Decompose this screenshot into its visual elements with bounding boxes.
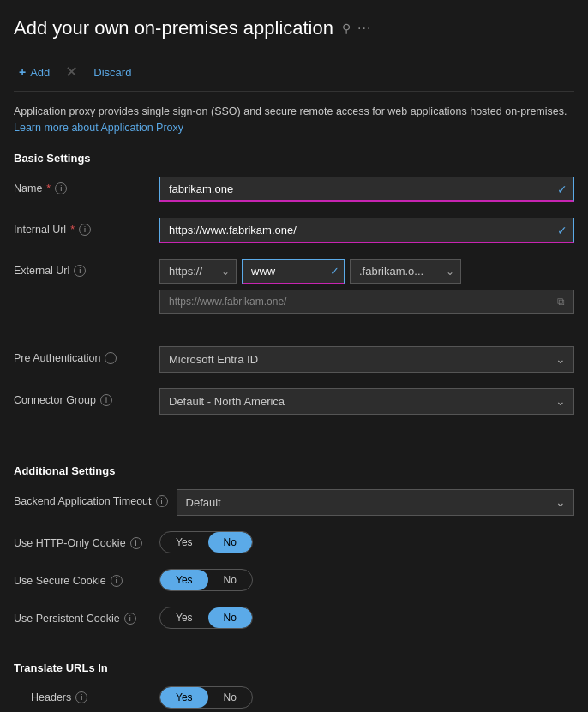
info-banner: Application proxy provides single sign-o… bbox=[14, 104, 574, 136]
copy-icon[interactable]: ⧉ bbox=[557, 296, 565, 308]
secure-cookie-row: Use Secure Cookie i Yes No bbox=[14, 569, 574, 591]
persistent-cookie-no-btn[interactable]: No bbox=[208, 607, 252, 628]
secure-cookie-no-btn[interactable]: No bbox=[208, 570, 252, 590]
pre-auth-label: Pre Authentication i bbox=[14, 346, 151, 364]
http-only-label: Use HTTP-Only Cookie i bbox=[14, 531, 151, 549]
discard-button[interactable]: Discard bbox=[88, 63, 136, 82]
ellipsis-icon[interactable]: ··· bbox=[357, 21, 371, 36]
secure-cookie-yes-btn[interactable]: Yes bbox=[160, 570, 208, 590]
internal-url-label: Internal Url * i bbox=[14, 218, 151, 236]
name-input[interactable] bbox=[159, 177, 574, 202]
basic-settings-title: Basic Settings bbox=[14, 152, 574, 165]
toolbar-divider: ✕ bbox=[65, 63, 78, 81]
plus-icon: + bbox=[19, 65, 26, 79]
http-only-toggle: Yes No bbox=[159, 531, 253, 553]
subdomain-checkmark: ✓ bbox=[330, 265, 339, 278]
http-only-info-icon[interactable]: i bbox=[130, 537, 142, 549]
name-row: Name * i ✓ bbox=[14, 177, 574, 202]
secure-cookie-toggle: Yes No bbox=[159, 569, 253, 591]
toolbar: + Add ✕ Discard bbox=[14, 53, 574, 92]
connector-group-select[interactable]: Default - North America bbox=[159, 388, 574, 415]
persistent-cookie-info-icon[interactable]: i bbox=[124, 613, 136, 625]
external-url-row: External Url i https:// http:// ✓ bbox=[14, 259, 574, 314]
external-url-subdomain-input[interactable] bbox=[242, 259, 345, 284]
name-checkmark: ✓ bbox=[557, 182, 567, 196]
name-label: Name * i bbox=[14, 177, 151, 194]
external-url-domain-select[interactable]: .fabrikam.o... bbox=[350, 259, 461, 284]
http-only-cookie-row: Use HTTP-Only Cookie i Yes No bbox=[14, 531, 574, 553]
headers-yes-btn[interactable]: Yes bbox=[160, 687, 208, 708]
persistent-cookie-row: Use Persistent Cookie i Yes No bbox=[14, 607, 574, 629]
headers-toggle: Yes No bbox=[159, 686, 253, 709]
internal-url-input[interactable] bbox=[159, 218, 574, 243]
persistent-cookie-toggle: Yes No bbox=[159, 607, 253, 629]
external-url-protocol-select[interactable]: https:// http:// bbox=[159, 259, 237, 284]
internal-url-info-icon[interactable]: i bbox=[79, 224, 91, 236]
persistent-cookie-yes-btn[interactable]: Yes bbox=[160, 607, 208, 628]
pre-auth-info-icon[interactable]: i bbox=[105, 352, 117, 364]
http-only-no-btn[interactable]: No bbox=[208, 532, 252, 553]
name-info-icon[interactable]: i bbox=[55, 182, 67, 194]
connector-group-info-icon[interactable]: i bbox=[100, 394, 112, 406]
headers-label: Headers i bbox=[31, 691, 151, 703]
headers-row: Headers i Yes No bbox=[14, 686, 574, 709]
connector-group-label: Connector Group i bbox=[14, 388, 151, 406]
external-url-display: https://www.fabrikam.one/ ⧉ bbox=[159, 290, 574, 314]
pre-auth-select[interactable]: Microsoft Entra ID Passthrough bbox=[159, 346, 574, 373]
pre-auth-row: Pre Authentication i Microsoft Entra ID … bbox=[14, 346, 574, 373]
secure-cookie-info-icon[interactable]: i bbox=[111, 575, 123, 587]
connector-group-row: Connector Group i Default - North Americ… bbox=[14, 388, 574, 415]
pin-icon[interactable]: ⚲ bbox=[342, 21, 351, 35]
headers-no-btn[interactable]: No bbox=[208, 687, 252, 708]
learn-more-link[interactable]: Learn more about Application Proxy bbox=[14, 122, 183, 134]
external-url-info-icon[interactable]: i bbox=[74, 265, 86, 277]
backend-timeout-select[interactable]: Default Long bbox=[177, 489, 574, 516]
headers-info-icon[interactable]: i bbox=[75, 691, 87, 703]
translate-urls-title: Translate URLs In bbox=[14, 661, 574, 674]
backend-timeout-label: Backend Application Timeout i bbox=[14, 489, 168, 507]
add-button[interactable]: + Add bbox=[14, 62, 55, 82]
page-title: Add your own on-premises application ⚲ ·… bbox=[14, 17, 574, 39]
backend-timeout-info-icon[interactable]: i bbox=[156, 495, 168, 507]
backend-timeout-row: Backend Application Timeout i Default Lo… bbox=[14, 489, 574, 516]
additional-settings-title: Additional Settings bbox=[14, 464, 574, 477]
internal-url-checkmark: ✓ bbox=[557, 224, 567, 237]
http-only-yes-btn[interactable]: Yes bbox=[160, 532, 208, 553]
secure-cookie-label: Use Secure Cookie i bbox=[14, 569, 151, 587]
persistent-cookie-label: Use Persistent Cookie i bbox=[14, 607, 151, 625]
external-url-label: External Url i bbox=[14, 259, 151, 277]
internal-url-row: Internal Url * i ✓ bbox=[14, 218, 574, 243]
